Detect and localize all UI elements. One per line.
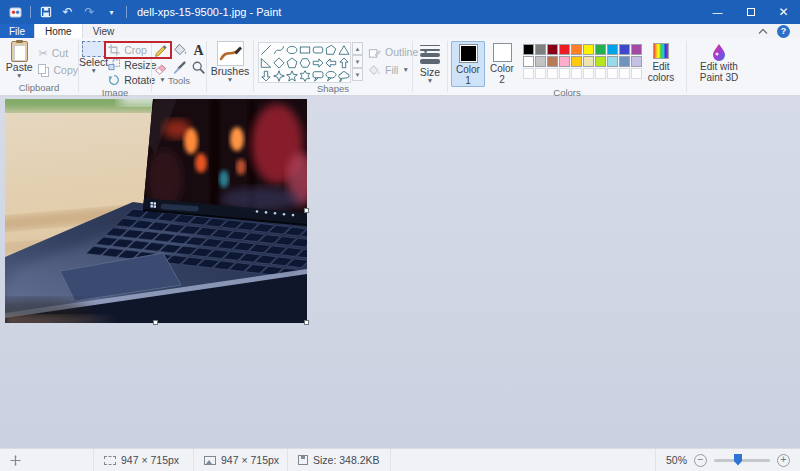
- palette-swatch[interactable]: [595, 56, 606, 67]
- zoom-slider-handle[interactable]: [734, 454, 742, 466]
- paste-button[interactable]: Paste ▼: [0, 41, 38, 82]
- palette-swatch[interactable]: [607, 56, 618, 67]
- shape-star-5-icon[interactable]: [285, 69, 298, 82]
- palette-swatch[interactable]: [583, 44, 594, 55]
- brushes-button[interactable]: Brushes ▼: [211, 41, 250, 95]
- size-icon: [420, 45, 440, 64]
- palette-swatch[interactable]: [631, 56, 642, 67]
- shape-curve-icon[interactable]: [272, 43, 285, 56]
- shape-line-icon[interactable]: [259, 43, 272, 56]
- palette-empty-swatch[interactable]: [607, 68, 618, 79]
- palette-swatch[interactable]: [535, 56, 546, 67]
- shape-pentagon-icon[interactable]: [285, 56, 298, 69]
- save-button[interactable]: [38, 4, 53, 20]
- palette-empty-swatch[interactable]: [631, 68, 642, 79]
- select-button[interactable]: Select ▼: [79, 41, 108, 87]
- resize-handle-bottom[interactable]: [153, 320, 158, 325]
- text-tool-button[interactable]: A: [191, 42, 206, 57]
- shapes-scroll-up-button[interactable]: ▲: [352, 42, 363, 55]
- palette-swatch[interactable]: [595, 44, 606, 55]
- palette-empty-swatch[interactable]: [583, 68, 594, 79]
- zoom-in-button[interactable]: +: [777, 454, 790, 467]
- palette-swatch[interactable]: [523, 44, 534, 55]
- fill-label: Fill: [385, 64, 398, 76]
- shape-arrow-down-icon[interactable]: [259, 69, 272, 82]
- palette-swatch[interactable]: [571, 56, 582, 67]
- palette-empty-swatch[interactable]: [535, 68, 546, 79]
- maximize-button[interactable]: [734, 0, 767, 24]
- clipboard-content: Paste ▼ ✂ Cut Copy: [0, 38, 78, 82]
- zoom-slider[interactable]: [714, 459, 770, 462]
- shape-right-triangle-icon[interactable]: [259, 56, 272, 69]
- shape-diamond-icon[interactable]: [272, 56, 285, 69]
- tab-view[interactable]: View: [83, 24, 125, 38]
- palette-swatch[interactable]: [535, 44, 546, 55]
- color1-button[interactable]: Color 1: [451, 41, 485, 87]
- palette-swatch[interactable]: [547, 56, 558, 67]
- shape-arrow-up-icon[interactable]: [337, 56, 350, 69]
- size-button[interactable]: Size ▼: [420, 41, 440, 95]
- tab-file[interactable]: File: [0, 24, 34, 38]
- palette-swatch[interactable]: [547, 44, 558, 55]
- palette-swatch[interactable]: [523, 56, 534, 67]
- palette-swatch[interactable]: [619, 56, 630, 67]
- resize-handle-corner[interactable]: [304, 320, 309, 325]
- edit-colors-label-line2: colors: [648, 73, 675, 84]
- color2-button[interactable]: Color 2: [485, 41, 519, 87]
- shape-callout-cloud-icon[interactable]: [337, 69, 350, 82]
- shapes-more-button[interactable]: ▼: [352, 68, 363, 81]
- palette-swatch[interactable]: [571, 44, 582, 55]
- shape-arrow-right-icon[interactable]: [311, 56, 324, 69]
- palette-swatch[interactable]: [631, 44, 642, 55]
- palette-empty-swatch[interactable]: [619, 68, 630, 79]
- palette-swatch[interactable]: [559, 56, 570, 67]
- palette-swatch[interactable]: [559, 44, 570, 55]
- size-content: Size ▼: [413, 38, 447, 95]
- magnifier-tool-button[interactable]: [191, 60, 206, 75]
- maximize-icon: [747, 8, 755, 16]
- minimize-button[interactable]: —: [701, 0, 734, 24]
- undo-button[interactable]: ↶: [60, 4, 75, 20]
- shape-arrow-left-icon[interactable]: [324, 56, 337, 69]
- eyedropper-tool-button[interactable]: [172, 60, 187, 75]
- shape-callout-rounded-icon[interactable]: [311, 69, 324, 82]
- canvas-image[interactable]: [5, 99, 307, 323]
- palette-empty-swatch[interactable]: [559, 68, 570, 79]
- shape-callout-oval-icon[interactable]: [324, 69, 337, 82]
- edit-colors-button[interactable]: Edit colors: [644, 41, 678, 87]
- shape-triangle-icon[interactable]: [337, 43, 350, 56]
- fill-bucket-icon: [172, 42, 187, 57]
- palette-swatch[interactable]: [583, 56, 594, 67]
- shape-ellipse-icon[interactable]: [285, 43, 298, 56]
- palette-swatch[interactable]: [607, 44, 618, 55]
- shape-polygon-icon[interactable]: [324, 43, 337, 56]
- palette-swatch[interactable]: [619, 44, 630, 55]
- resize-handle-right[interactable]: [304, 208, 309, 213]
- copy-button[interactable]: Copy: [38, 63, 78, 77]
- palette-empty-swatch[interactable]: [547, 68, 558, 79]
- crop-button[interactable]: Crop: [108, 43, 165, 57]
- edit-with-paint3d-button[interactable]: Edit with Paint 3D: [687, 41, 751, 95]
- cut-button[interactable]: ✂ Cut: [38, 46, 78, 60]
- redo-button[interactable]: ↷: [82, 4, 97, 20]
- shape-star-4-icon[interactable]: [272, 69, 285, 82]
- close-button[interactable]: ✕: [767, 0, 800, 24]
- palette-empty-swatch[interactable]: [595, 68, 606, 79]
- qat-customize-dropdown[interactable]: ▾: [104, 4, 119, 20]
- palette-empty-swatch[interactable]: [523, 68, 534, 79]
- fill-tool-button[interactable]: [172, 42, 187, 57]
- help-icon[interactable]: ?: [777, 25, 790, 38]
- tab-home[interactable]: Home: [34, 24, 83, 38]
- copy-label: Copy: [53, 64, 78, 76]
- palette-empty-swatch[interactable]: [571, 68, 582, 79]
- paint3d-content: Edit with Paint 3D: [687, 38, 751, 95]
- shape-rounded-rectangle-icon[interactable]: [311, 43, 324, 56]
- zoom-out-button[interactable]: −: [694, 454, 707, 467]
- shape-hexagon-icon[interactable]: [298, 56, 311, 69]
- shapes-scroll-down-button[interactable]: ▼: [352, 55, 363, 68]
- shape-star-6-icon[interactable]: [298, 69, 311, 82]
- shape-rectangle-icon[interactable]: [298, 43, 311, 56]
- collapse-ribbon-icon[interactable]: [758, 27, 768, 35]
- eraser-tool-button[interactable]: [153, 60, 168, 75]
- file-size-icon: [298, 455, 308, 465]
